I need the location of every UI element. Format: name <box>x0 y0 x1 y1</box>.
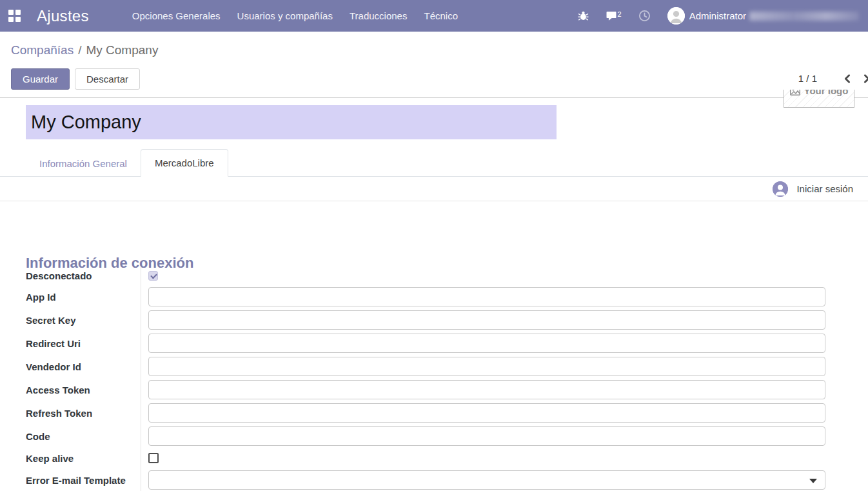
messages-icon[interactable]: 2 <box>606 11 622 21</box>
message-count-badge: 2 <box>618 11 622 17</box>
login-label: Iniciar sesión <box>796 183 853 194</box>
field-label-vendedor-id: Vendedor Id <box>26 361 148 372</box>
discard-button[interactable]: Descartar <box>75 68 140 90</box>
user-name[interactable]: Administrator <box>689 10 746 21</box>
menu-tecnico[interactable]: Técnico <box>424 10 458 21</box>
user-db-redacted-blur <box>749 12 859 21</box>
field-label-access-token: Access Token <box>26 385 148 395</box>
form-row-error-email-template: Error E-mail Template <box>26 468 825 492</box>
apps-grid-square <box>15 10 21 15</box>
debug-bug-icon[interactable] <box>578 10 589 21</box>
form-row-app-id: App Id <box>26 285 825 308</box>
control-panel-buttons: Guardar Descartar <box>11 68 140 90</box>
code-input[interactable] <box>148 426 825 446</box>
app-title[interactable]: Ajustes <box>37 7 89 25</box>
field-label-code: Code <box>26 431 148 442</box>
connection-form: Desconectado App Id Secret Key Redirect … <box>26 266 825 492</box>
form-row-desconectado: Desconectado <box>26 266 825 285</box>
logo-placeholder-content: Your logo <box>784 90 854 96</box>
app-id-input[interactable] <box>148 287 825 306</box>
menu-traducciones[interactable]: Traducciones <box>350 10 408 21</box>
breadcrumb-current: My Company <box>86 43 158 57</box>
control-panel: Compañías/My Company Guardar Descartar 1… <box>0 32 868 98</box>
field-label-error-email-template: Error E-mail Template <box>26 475 148 486</box>
form-row-vendedor-id: Vendedor Id <box>26 355 825 378</box>
apps-menu-icon[interactable] <box>8 10 21 22</box>
pager: 1 / 1 <box>798 73 851 84</box>
breadcrumb-companias-link[interactable]: Compañías <box>11 43 74 57</box>
activities-clock-icon[interactable] <box>638 10 651 22</box>
user-avatar[interactable] <box>667 7 685 25</box>
login-person-icon <box>773 181 788 197</box>
bug-icon <box>578 10 589 21</box>
field-label-keep-alive: Keep alive <box>26 453 148 464</box>
pager-previous-chevron-icon[interactable] <box>843 74 853 84</box>
login-row: Iniciar sesión <box>0 177 868 201</box>
error-email-template-select[interactable] <box>148 470 825 490</box>
desconectado-checkbox[interactable] <box>148 271 158 281</box>
company-name-input[interactable] <box>26 105 557 139</box>
breadcrumb: Compañías/My Company <box>11 43 158 57</box>
apps-grid-square <box>8 10 14 15</box>
field-label-app-id: App Id <box>26 292 148 303</box>
field-label-secret-key: Secret Key <box>26 315 148 326</box>
chat-bubble-icon <box>606 11 617 21</box>
secret-key-input[interactable] <box>148 310 825 330</box>
clock-icon <box>638 10 651 22</box>
form-row-keep-alive: Keep alive <box>26 448 825 468</box>
form-row-redirect-uri: Redirect Uri <box>26 332 825 355</box>
field-label-redirect-uri: Redirect Uri <box>26 338 148 349</box>
form-row-access-token: Access Token <box>26 378 825 401</box>
menu-usuarios-companias[interactable]: Usuarios y compañías <box>237 10 333 21</box>
apps-grid-square <box>8 17 14 22</box>
breadcrumb-separator: / <box>78 43 81 57</box>
form-row-code: Code <box>26 425 825 448</box>
tab-mercadolibre[interactable]: MercadoLibre <box>141 149 228 177</box>
access-token-input[interactable] <box>148 380 825 399</box>
top-navbar: Ajustes Opciones Generales Usuarios y co… <box>0 0 868 32</box>
field-label-refresh-token: Refresh Token <box>26 408 148 419</box>
save-button[interactable]: Guardar <box>11 68 70 90</box>
chevron-down-icon <box>809 479 817 483</box>
company-logo-upload[interactable]: Your logo <box>784 90 854 108</box>
navbar-right: 2 Administrator <box>561 7 859 25</box>
person-silhouette-icon <box>667 7 685 25</box>
tab-informacion-general[interactable]: Información General <box>26 150 141 177</box>
menu-opciones-generales[interactable]: Opciones Generales <box>132 10 221 21</box>
apps-grid-square <box>15 17 21 22</box>
keep-alive-checkbox[interactable] <box>148 453 159 463</box>
logo-placeholder-label: Your logo <box>804 90 849 96</box>
vendedor-id-input[interactable] <box>148 357 825 376</box>
form-row-secret-key: Secret Key <box>26 308 825 332</box>
pager-count: 1 / 1 <box>798 73 817 84</box>
refresh-token-input[interactable] <box>148 403 825 423</box>
navbar-menu: Opciones Generales Usuarios y compañías … <box>132 10 458 21</box>
field-label-desconectado: Desconectado <box>26 270 148 281</box>
form-row-refresh-token: Refresh Token <box>26 401 825 425</box>
iniciar-sesion-button[interactable]: Iniciar sesión <box>773 181 853 197</box>
pager-next-chevron-icon[interactable] <box>862 74 868 84</box>
notebook-tabs: Información General MercadoLibre <box>0 149 868 177</box>
image-icon <box>790 90 800 95</box>
redirect-uri-input[interactable] <box>148 334 825 353</box>
